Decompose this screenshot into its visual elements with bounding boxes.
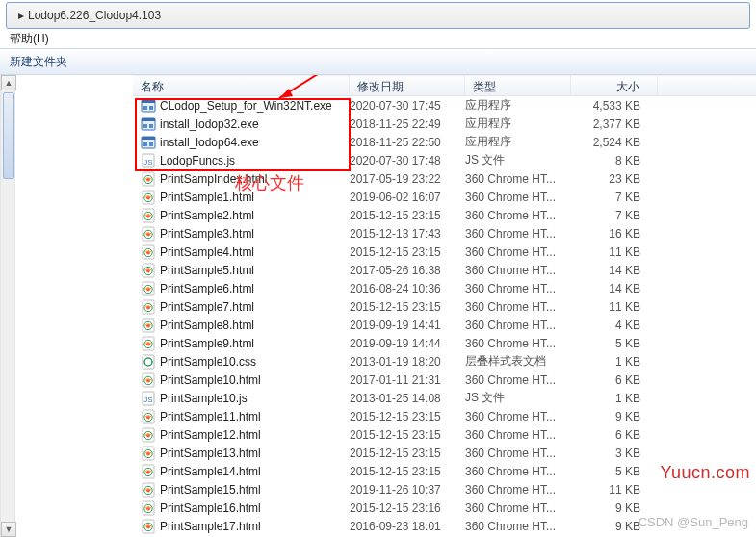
file-size: 14 KB xyxy=(571,282,658,295)
scroll-thumb[interactable] xyxy=(3,92,14,179)
chevron-right-icon: ▸ xyxy=(18,9,24,22)
file-type: 应用程序 xyxy=(465,97,571,114)
file-date: 2018-11-25 22:49 xyxy=(350,117,465,131)
file-size: 5 KB xyxy=(571,465,658,478)
file-name: CLodop_Setup_for_Win32NT.exe xyxy=(160,99,332,113)
file-row[interactable]: CLodop_Setup_for_Win32NT.exe2020-07-30 1… xyxy=(133,96,756,115)
file-date: 2016-08-24 10:36 xyxy=(350,282,465,295)
css-icon xyxy=(141,354,156,370)
file-name: PrintSample12.html xyxy=(160,428,261,442)
file-row[interactable]: PrintSample9.html2019-09-19 14:44360 Chr… xyxy=(133,334,756,352)
file-row[interactable]: PrintSample7.html2015-12-15 23:15360 Chr… xyxy=(133,297,756,316)
scroll-down-icon[interactable]: ▼ xyxy=(1,522,16,537)
file-name: PrintSample9.html xyxy=(160,337,254,350)
file-row[interactable]: PrintSample3.html2015-12-13 17:43360 Chr… xyxy=(133,224,756,243)
html-icon xyxy=(141,372,156,388)
file-size: 2,524 KB xyxy=(571,136,658,149)
breadcrumb-folder[interactable]: Lodop6.226_Clodop4.103 xyxy=(28,9,161,22)
file-row[interactable]: JSLodopFuncs.js2020-07-30 17:48JS 文件8 KB xyxy=(133,151,756,169)
file-date: 2020-07-30 17:48 xyxy=(350,154,465,167)
file-name: PrintSample3.html xyxy=(160,227,254,241)
file-date: 2019-09-19 14:44 xyxy=(350,337,465,350)
file-size: 11 KB xyxy=(571,300,658,314)
file-date: 2015-12-15 23:15 xyxy=(350,465,465,478)
new-folder-button[interactable]: 新建文件夹 xyxy=(10,54,67,70)
file-size: 4,533 KB xyxy=(571,99,658,113)
header-name[interactable]: 名称 xyxy=(133,76,350,95)
file-row[interactable]: PrintSampIndex.html2017-05-19 23:22360 C… xyxy=(133,169,756,188)
nav-sidebar: ▲ ▼ xyxy=(0,75,117,537)
file-name: PrintSample6.html xyxy=(160,282,254,295)
file-row[interactable]: PrintSample10.css2013-01-19 18:20层叠样式表文档… xyxy=(133,352,756,371)
file-row[interactable]: PrintSample4.html2015-12-15 23:15360 Chr… xyxy=(133,243,756,261)
exe-icon xyxy=(141,116,156,132)
file-size: 6 KB xyxy=(571,373,658,387)
file-row[interactable]: JSPrintSample10.js2013-01-25 14:08JS 文件1… xyxy=(133,389,756,407)
file-row[interactable]: PrintSample2.html2015-12-15 23:15360 Chr… xyxy=(133,206,756,224)
watermark-site: Yuucn.com xyxy=(660,463,750,483)
file-size: 1 KB xyxy=(571,392,658,405)
file-date: 2015-12-15 23:15 xyxy=(350,447,465,460)
file-row[interactable]: PrintSample6.html2016-08-24 10:36360 Chr… xyxy=(133,279,756,297)
file-type: 360 Chrome HT... xyxy=(465,373,571,387)
svg-rect-7 xyxy=(149,124,153,128)
file-size: 9 KB xyxy=(571,501,658,515)
html-icon xyxy=(141,482,156,498)
column-headers: 名称 修改日期 类型 大小 xyxy=(133,75,756,96)
file-date: 2019-06-02 16:07 xyxy=(350,191,465,204)
menu-bar: 帮助(H) xyxy=(0,29,756,48)
file-row[interactable]: PrintSample10.html2017-01-11 21:31360 Ch… xyxy=(133,371,756,389)
file-row[interactable]: PrintSample8.html2019-09-19 14:41360 Chr… xyxy=(133,316,756,334)
html-icon xyxy=(141,190,156,205)
html-icon xyxy=(141,500,156,516)
file-date: 2018-11-25 22:50 xyxy=(350,136,465,149)
file-row[interactable]: PrintSample12.html2015-12-15 23:15360 Ch… xyxy=(133,425,756,444)
file-date: 2016-09-23 18:01 xyxy=(350,520,465,533)
file-date: 2013-01-25 14:08 xyxy=(350,392,465,405)
file-size: 14 KB xyxy=(571,264,658,277)
menu-help[interactable]: 帮助(H) xyxy=(6,31,53,47)
file-row[interactable]: PrintSample1.html2019-06-02 16:07360 Chr… xyxy=(133,188,756,206)
file-type: 360 Chrome HT... xyxy=(465,428,571,442)
file-row[interactable]: install_lodop64.exe2018-11-25 22:50应用程序2… xyxy=(133,133,756,151)
html-icon xyxy=(141,299,156,315)
file-type: 360 Chrome HT... xyxy=(465,264,571,277)
file-row[interactable]: PrintSample11.html2015-12-15 23:15360 Ch… xyxy=(133,407,756,425)
file-type: 360 Chrome HT... xyxy=(465,209,571,222)
html-icon xyxy=(141,318,156,333)
file-row[interactable]: install_lodop32.exe2018-11-25 22:49应用程序2… xyxy=(133,115,756,133)
file-type: 360 Chrome HT... xyxy=(465,282,571,295)
file-size: 16 KB xyxy=(571,227,658,241)
file-name: PrintSample7.html xyxy=(160,300,254,314)
header-date[interactable]: 修改日期 xyxy=(350,76,465,95)
scroll-up-icon[interactable]: ▲ xyxy=(1,75,16,90)
html-icon xyxy=(141,427,156,443)
svg-text:JS: JS xyxy=(143,158,152,166)
header-size[interactable]: 大小 xyxy=(571,76,658,95)
address-bar[interactable]: ▸ Lodop6.226_Clodop4.103 xyxy=(6,2,750,29)
file-type: 层叠样式表文档 xyxy=(465,353,571,370)
svg-rect-2 xyxy=(143,106,147,110)
file-type: 360 Chrome HT... xyxy=(465,410,571,423)
file-name: PrintSample16.html xyxy=(160,501,261,515)
toolbar: 新建文件夹 xyxy=(0,48,756,75)
file-size: 1 KB xyxy=(571,355,658,369)
file-size: 2,377 KB xyxy=(571,117,658,131)
html-icon xyxy=(141,409,156,424)
file-date: 2015-12-15 23:16 xyxy=(350,501,465,515)
file-row[interactable]: PrintSample5.html2017-05-26 16:38360 Chr… xyxy=(133,261,756,279)
file-name: PrintSample5.html xyxy=(160,264,254,277)
file-size: 3 KB xyxy=(571,447,658,460)
file-name: install_lodop32.exe xyxy=(160,117,259,131)
file-size: 23 KB xyxy=(571,172,658,186)
html-icon xyxy=(141,171,156,187)
file-type: JS 文件 xyxy=(465,152,571,168)
file-name: PrintSample10.html xyxy=(160,373,261,387)
file-name: PrintSample10.js xyxy=(160,392,248,405)
file-type: 应用程序 xyxy=(465,115,571,132)
header-type[interactable]: 类型 xyxy=(465,76,571,95)
svg-rect-9 xyxy=(142,137,155,140)
file-date: 2017-05-19 23:22 xyxy=(350,172,465,186)
sidebar-scrollbar[interactable]: ▲ ▼ xyxy=(0,75,15,537)
file-row[interactable]: PrintSample13.html2015-12-15 23:15360 Ch… xyxy=(133,444,756,462)
